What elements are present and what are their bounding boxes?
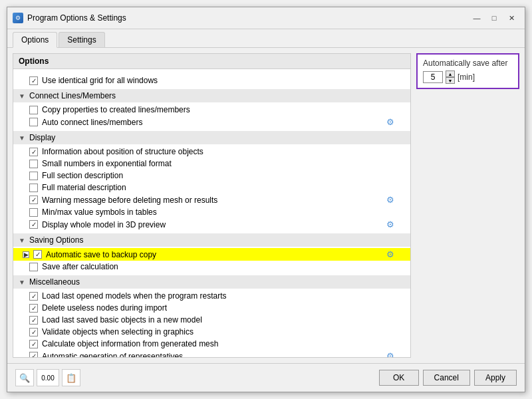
gear-warning-msg[interactable]: ⚙ (386, 195, 394, 205)
checkbox-minmax-val[interactable] (29, 208, 38, 217)
checkbox-full-material[interactable] (29, 184, 38, 192)
options-scroll-area[interactable]: Use identical grid for all windows ▼ Con… (13, 69, 410, 357)
cancel-button[interactable]: Cancel (423, 370, 470, 386)
option-save-after-calc: Save after calculation (13, 261, 410, 273)
tab-settings[interactable]: Settings (59, 32, 104, 47)
label-minmax-val: Min/max value symbols in tables (42, 207, 394, 217)
title-bar: ⚙ Program Options & Settings — □ ✕ (7, 7, 525, 29)
option-delete-nodes: Delete useless nodes during import (13, 302, 410, 314)
checkbox-auto-save[interactable] (33, 250, 42, 259)
chevron-misc: ▼ (19, 279, 27, 286)
window-icon: ⚙ (13, 13, 23, 23)
section-saving-content: ▶ Automatic save to backup copy ⚙ Save a… (13, 247, 410, 274)
checkbox-copy-props[interactable] (29, 106, 38, 114)
gear-auto-save[interactable]: ⚙ (386, 249, 394, 259)
content-area: Options Use identical grid for all windo… (7, 48, 525, 363)
label-info-position: Information about position of structure … (42, 147, 394, 156)
section-connect-lines-header[interactable]: ▼ Connect Lines/Members (13, 89, 410, 102)
clipboard-icon-btn[interactable]: 📋 (62, 369, 80, 386)
minimize-button[interactable]: — (469, 11, 485, 25)
section-display-content: Information about position of structure … (13, 144, 410, 232)
close-button[interactable]: ✕ (503, 11, 519, 25)
section-general: Use identical grid for all windows (13, 73, 410, 88)
maximize-button[interactable]: □ (486, 11, 502, 25)
label-copy-props: Copy properties to created lines/members (42, 105, 394, 114)
title-misc: Miscellaneous (29, 277, 80, 287)
spinner-down-btn[interactable]: ▼ (446, 77, 455, 84)
checkbox-save-after-calc[interactable] (29, 263, 38, 271)
section-misc-content: Load last opened models when the program… (13, 289, 410, 357)
option-copy-props: Copy properties to created lines/members (13, 104, 410, 116)
window-title: Program Options & Settings (27, 13, 126, 23)
gear-display-3d[interactable]: ⚙ (386, 219, 394, 229)
option-full-section: Full section description (13, 170, 410, 182)
section-connect-lines: ▼ Connect Lines/Members Copy properties … (13, 89, 410, 130)
label-load-last: Load last opened models when the program… (42, 291, 394, 301)
checkbox-identical-grid[interactable] (29, 76, 38, 85)
chevron-display: ▼ (19, 134, 27, 142)
auto-save-title: Automatically save after (423, 59, 513, 68)
option-minmax-val: Min/max value symbols in tables (13, 206, 410, 218)
checkbox-calc-info[interactable] (29, 340, 38, 348)
checkbox-load-last[interactable] (29, 292, 38, 301)
tab-bar: Options Settings (7, 29, 525, 48)
title-saving: Saving Options (29, 235, 83, 245)
label-calc-info: Calculate object information from genera… (42, 339, 394, 348)
section-display-header[interactable]: ▼ Display (13, 131, 410, 144)
label-save-after-calc: Save after calculation (42, 262, 394, 271)
ok-button[interactable]: OK (379, 370, 419, 386)
label-load-basic: Load last saved basic objects in a new m… (42, 315, 394, 325)
checkbox-full-section[interactable] (29, 172, 38, 180)
chevron-saving: ▼ (19, 237, 27, 244)
checkbox-small-numbers[interactable] (29, 160, 38, 168)
section-display: ▼ Display Information about position of … (13, 131, 410, 232)
expand-auto-save[interactable]: ▶ (23, 251, 29, 258)
section-connect-lines-content: Copy properties to created lines/members… (13, 102, 410, 130)
option-small-numbers: Small numbers in exponential format (13, 158, 410, 170)
option-full-material: Full material description (13, 182, 410, 194)
section-misc: ▼ Miscellaneous Load last opened models … (13, 275, 410, 357)
label-small-numbers: Small numbers in exponential format (42, 159, 394, 168)
auto-save-unit: [min] (458, 72, 475, 82)
checkbox-display-3d[interactable] (29, 220, 38, 229)
checkbox-auto-connect[interactable] (29, 118, 38, 126)
spinner-up-btn[interactable]: ▲ (446, 70, 455, 77)
label-delete-nodes: Delete useless nodes during import (42, 303, 394, 313)
gear-auto-connect[interactable]: ⚙ (386, 117, 394, 127)
tab-options[interactable]: Options (13, 32, 57, 48)
title-bar-left: ⚙ Program Options & Settings (13, 13, 126, 23)
option-calc-info: Calculate object information from genera… (13, 338, 410, 350)
checkbox-info-position[interactable] (29, 148, 38, 156)
auto-save-spinner-btns: ▲ ▼ (446, 70, 455, 84)
checkbox-load-basic[interactable] (29, 316, 38, 325)
label-warning-msg: Warning message before deleting mesh or … (42, 196, 382, 205)
section-misc-header[interactable]: ▼ Miscellaneous (13, 275, 410, 289)
footer: 🔍 0.00 📋 OK Cancel Apply (7, 363, 525, 392)
label-auto-connect: Auto connect lines/members (42, 118, 382, 127)
apply-button[interactable]: Apply (474, 370, 517, 386)
label-full-section: Full section description (42, 171, 394, 180)
option-identical-grid: Use identical grid for all windows (13, 74, 410, 86)
auto-save-value-input[interactable] (423, 71, 443, 83)
label-auto-save: Automatic save to backup copy (46, 250, 382, 259)
main-window: ⚙ Program Options & Settings — □ ✕ Optio… (7, 7, 525, 392)
search-icon-btn[interactable]: 🔍 (15, 369, 34, 386)
checkbox-validate-obj[interactable] (29, 328, 38, 336)
checkbox-delete-nodes[interactable] (29, 304, 38, 313)
value-icon-btn[interactable]: 0.00 (37, 369, 59, 386)
side-panel: Automatically save after ▲ ▼ [min] (416, 53, 519, 358)
checkbox-warning-msg[interactable] (29, 196, 38, 204)
label-full-material: Full material description (42, 183, 394, 192)
main-options-panel: Options Use identical grid for all windo… (13, 53, 411, 358)
panel-header: Options (13, 54, 410, 69)
option-auto-save: ▶ Automatic save to backup copy ⚙ (13, 248, 410, 261)
section-saving-header[interactable]: ▼ Saving Options (13, 233, 410, 247)
checkbox-auto-gen[interactable] (29, 352, 38, 357)
title-connect-lines: Connect Lines/Members (29, 91, 116, 100)
label-validate-obj: Validate objects when selecting in graph… (42, 327, 394, 336)
title-controls: — □ ✕ (469, 11, 519, 25)
gear-auto-gen[interactable]: ⚙ (386, 351, 394, 357)
option-info-position: Information about position of structure … (13, 146, 410, 158)
option-validate-obj: Validate objects when selecting in graph… (13, 326, 410, 338)
label-display-3d: Display whole model in 3D preview (42, 220, 382, 229)
